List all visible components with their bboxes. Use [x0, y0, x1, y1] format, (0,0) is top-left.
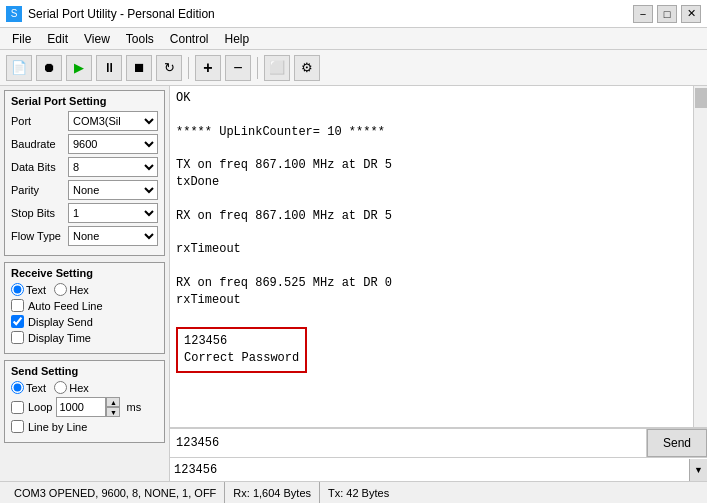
serial-port-setting-title: Serial Port Setting — [11, 95, 158, 107]
combo-row: ▼ — [170, 457, 707, 481]
highlighted-output-box: 123456 Correct Password — [176, 327, 307, 373]
receive-setting-section: Receive Setting Text Hex Auto Feed Line … — [4, 262, 165, 354]
toolbar-refresh[interactable]: ↻ — [156, 55, 182, 81]
loop-unit-label: ms — [126, 401, 141, 413]
receive-hex-radio-label[interactable]: Hex — [54, 283, 89, 296]
minimize-button[interactable]: − — [633, 5, 653, 23]
databits-select[interactable]: 8 — [68, 157, 158, 177]
menu-file[interactable]: File — [4, 30, 39, 48]
loop-spin-buttons: ▲ ▼ — [106, 397, 120, 417]
menu-help[interactable]: Help — [217, 30, 258, 48]
output-line-blank2 — [176, 140, 675, 157]
output-line-blank3 — [176, 191, 675, 208]
main-content: Serial Port Setting Port COM3(Sil Baudra… — [0, 86, 707, 481]
output-area: OK ***** UpLinkCounter= 10 ***** TX on f… — [170, 86, 707, 428]
display-time-row: Display Time — [11, 331, 158, 344]
toolbar-play[interactable]: ▶ — [66, 55, 92, 81]
menu-edit[interactable]: Edit — [39, 30, 76, 48]
output-line-ok: OK — [176, 90, 675, 107]
title-bar: S Serial Port Utility - Personal Edition… — [0, 0, 707, 28]
output-line-rxtimeout1: rxTimeout — [176, 241, 675, 258]
stopbits-row: Stop Bits 1 — [11, 203, 158, 223]
loop-label: Loop — [28, 401, 52, 413]
send-setting-title: Send Setting — [11, 365, 158, 377]
output-line-blank4 — [176, 224, 675, 241]
parity-row: Parity None — [11, 180, 158, 200]
toolbar-record[interactable]: ⏺ — [36, 55, 62, 81]
send-hex-radio[interactable] — [54, 381, 67, 394]
line-by-line-check[interactable] — [11, 420, 24, 433]
toolbar-pause[interactable]: ⏸ — [96, 55, 122, 81]
serial-port-setting-section: Serial Port Setting Port COM3(Sil Baudra… — [4, 90, 165, 256]
toolbar-separator-1 — [188, 57, 189, 79]
output-scrollbar[interactable] — [693, 86, 707, 427]
window-title: Serial Port Utility - Personal Edition — [28, 7, 215, 21]
menu-view[interactable]: View — [76, 30, 118, 48]
receive-text-radio[interactable] — [11, 283, 24, 296]
display-send-row: Display Send — [11, 315, 158, 328]
port-label: Port — [11, 115, 31, 127]
display-send-check[interactable] — [11, 315, 24, 328]
send-input-row: Send — [170, 428, 707, 457]
loop-spin-up[interactable]: ▲ — [106, 397, 120, 407]
auto-feed-line-check[interactable] — [11, 299, 24, 312]
send-text-radio-label[interactable]: Text — [11, 381, 46, 394]
toolbar-window[interactable]: ⬜ — [264, 55, 290, 81]
toolbar: 📄 ⏺ ▶ ⏸ ⏹ ↻ + − ⬜ ⚙ — [0, 50, 707, 86]
display-time-check[interactable] — [11, 331, 24, 344]
toolbar-separator-2 — [257, 57, 258, 79]
loop-row: Loop ▲ ▼ ms — [11, 397, 158, 417]
auto-feed-line-label: Auto Feed Line — [28, 300, 103, 312]
status-bar: COM3 OPENED, 9600, 8, NONE, 1, OFF Rx: 1… — [0, 481, 707, 503]
loop-spin-down[interactable]: ▼ — [106, 407, 120, 417]
right-panel: OK ***** UpLinkCounter= 10 ***** TX on f… — [170, 86, 707, 481]
send-format-row: Text Hex — [11, 381, 158, 394]
title-bar-left: S Serial Port Utility - Personal Edition — [6, 6, 215, 22]
highlighted-line-2: Correct Password — [184, 350, 299, 367]
send-input[interactable] — [170, 429, 647, 457]
output-line-blank6 — [176, 308, 675, 325]
highlighted-line-1: 123456 — [184, 333, 299, 350]
toolbar-settings[interactable]: ⚙ — [294, 55, 320, 81]
status-tx: Tx: 42 Bytes — [320, 482, 397, 503]
receive-text-radio-label[interactable]: Text — [11, 283, 46, 296]
toolbar-stop[interactable]: ⏹ — [126, 55, 152, 81]
loop-spinner: ▲ ▼ — [56, 397, 120, 417]
output-line-rx-freq2: RX on freq 869.525 MHz at DR 0 — [176, 275, 675, 292]
menubar: File Edit View Tools Control Help — [0, 28, 707, 50]
menu-tools[interactable]: Tools — [118, 30, 162, 48]
combo-input[interactable] — [170, 459, 689, 481]
menu-control[interactable]: Control — [162, 30, 217, 48]
flowtype-label: Flow Type — [11, 230, 61, 242]
title-controls: − □ ✕ — [633, 5, 701, 23]
toolbar-add[interactable]: + — [195, 55, 221, 81]
stopbits-label: Stop Bits — [11, 207, 55, 219]
output-line-uplink: ***** UpLinkCounter= 10 ***** — [176, 124, 675, 141]
port-select[interactable]: COM3(Sil — [68, 111, 158, 131]
send-hex-radio-label[interactable]: Hex — [54, 381, 89, 394]
loop-check[interactable] — [11, 401, 24, 414]
maximize-button[interactable]: □ — [657, 5, 677, 23]
toolbar-new[interactable]: 📄 — [6, 55, 32, 81]
display-time-label: Display Time — [28, 332, 91, 344]
line-by-line-row: Line by Line — [11, 420, 158, 433]
receive-setting-title: Receive Setting — [11, 267, 158, 279]
send-text-radio[interactable] — [11, 381, 24, 394]
receive-format-row: Text Hex — [11, 283, 158, 296]
output-line-blank1 — [176, 107, 675, 124]
combo-dropdown-arrow[interactable]: ▼ — [689, 459, 707, 481]
toolbar-remove[interactable]: − — [225, 55, 251, 81]
output-line-blank5 — [176, 258, 675, 275]
loop-value-input[interactable] — [56, 397, 106, 417]
close-button[interactable]: ✕ — [681, 5, 701, 23]
receive-hex-radio[interactable] — [54, 283, 67, 296]
send-setting-section: Send Setting Text Hex Loop ▲ — [4, 360, 165, 443]
display-send-label: Display Send — [28, 316, 93, 328]
baudrate-select[interactable]: 9600 — [68, 134, 158, 154]
output-line-rxtimeout2: rxTimeout — [176, 292, 675, 309]
parity-select[interactable]: None — [68, 180, 158, 200]
flowtype-select[interactable]: None — [68, 226, 158, 246]
stopbits-select[interactable]: 1 — [68, 203, 158, 223]
send-button[interactable]: Send — [647, 429, 707, 457]
line-by-line-label: Line by Line — [28, 421, 87, 433]
